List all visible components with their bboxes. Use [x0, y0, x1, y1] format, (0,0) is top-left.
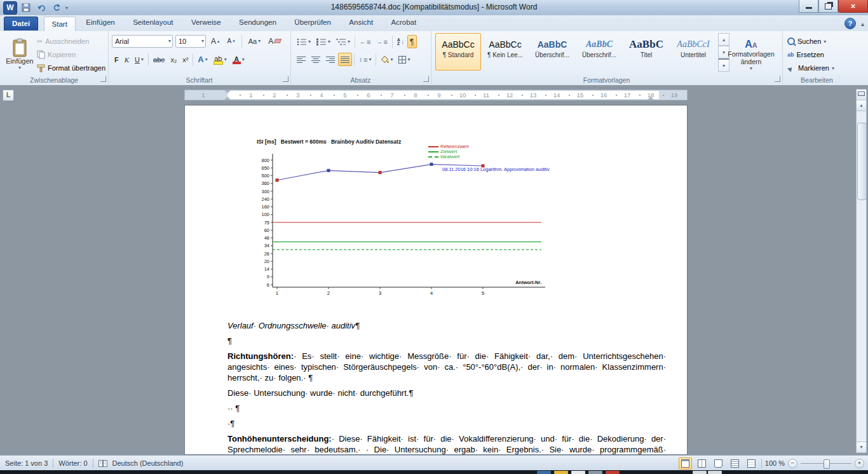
language-indicator[interactable]: Deutsch (Deutschland)	[112, 459, 184, 467]
hanging-indent-marker[interactable]	[224, 93, 231, 100]
view-draft-button[interactable]	[745, 457, 758, 470]
show-formatting-marks-button[interactable]: ¶	[407, 35, 416, 48]
right-indent-marker[interactable]	[648, 93, 654, 100]
format-painter-button[interactable]: Format übertragen	[37, 62, 105, 74]
tab-ueberpruefen[interactable]: Überprüfen	[287, 15, 339, 29]
numbering-button[interactable]: ▾	[314, 35, 333, 48]
document-text[interactable]: Verlauf· Ordnungsschwelle· auditiv¶ ¶ Ri…	[227, 320, 666, 455]
subscript-button[interactable]: x₂	[168, 53, 179, 66]
copy-button[interactable]: Kopieren	[37, 49, 76, 60]
find-button[interactable]: Suchen ▾	[787, 36, 826, 47]
tab-verweise[interactable]: Verweise	[184, 15, 229, 29]
restore-button[interactable]	[818, 0, 838, 13]
view-fullscreen-reading-button[interactable]	[695, 457, 709, 470]
style-titel[interactable]: AaBbCTitel	[623, 33, 669, 71]
document-page[interactable]: 8006505003603002401601007560463426201496…	[184, 105, 688, 455]
zoom-out-button[interactable]: −	[788, 459, 797, 468]
style-kein-leerraum[interactable]: AaBbCc¶ Kein Lee...	[482, 33, 528, 71]
paragraph-body: · Es· stellt· eine· wichtige· Messgröße·…	[227, 351, 666, 383]
ruler-toggle-button[interactable]	[857, 90, 866, 100]
clear-formatting-button[interactable]: A	[266, 34, 283, 48]
taskbar-icon[interactable]	[606, 471, 620, 474]
styles-dialog-launcher[interactable]	[775, 76, 780, 82]
superscript-label: x²	[182, 56, 188, 64]
strikethrough-button[interactable]: abe	[151, 53, 167, 66]
increase-indent-button[interactable]: →≡	[374, 35, 390, 48]
select-button[interactable]: Markieren ▾	[787, 62, 834, 74]
cut-button[interactable]: ✂ Ausschneiden	[37, 36, 89, 47]
vertical-scrollbar[interactable]: ▴ ▾	[856, 89, 867, 453]
multilevel-list-button[interactable]: ▾	[334, 35, 353, 48]
tab-seitenlayout[interactable]: Seitenlayout	[125, 15, 180, 29]
taskbar-icon[interactable]	[537, 471, 551, 474]
tab-acrobat[interactable]: Acrobat	[384, 15, 424, 29]
bold-button[interactable]: F	[112, 53, 121, 66]
font-size-select[interactable]: 10▾	[175, 35, 206, 48]
style-untertitel[interactable]: AaBbCcIUntertitel	[670, 33, 716, 71]
replace-button[interactable]: ab Ersetzen	[787, 49, 824, 60]
paragraph-dialog-launcher[interactable]	[423, 76, 429, 82]
help-icon[interactable]: ?	[844, 18, 856, 29]
zoom-in-button[interactable]: +	[855, 459, 864, 468]
legend-zielwert: Zielwert	[428, 149, 469, 154]
borders-button[interactable]: ▾	[396, 53, 412, 66]
paste-button[interactable]: Einfügen ▾	[3, 33, 36, 75]
font-dialog-launcher[interactable]	[283, 76, 288, 82]
scroll-down-button[interactable]: ▾	[857, 442, 866, 452]
shading-button[interactable]: ▾	[378, 53, 395, 66]
align-left-button[interactable]	[294, 53, 308, 66]
line-spacing-arrows-icon: ↕	[359, 56, 362, 63]
zoom-level[interactable]: 100 %	[765, 459, 785, 467]
taskbar-icon[interactable]	[708, 471, 722, 474]
proofing-book-icon[interactable]	[98, 460, 107, 467]
taskbar-icon[interactable]	[571, 471, 585, 474]
tab-einfuegen[interactable]: Einfügen	[78, 15, 122, 29]
horizontal-ruler[interactable]: 112345678910111213141516171819	[184, 90, 688, 100]
windows-taskbar-edge[interactable]	[0, 470, 868, 474]
shrink-font-button[interactable]: A▾	[225, 34, 238, 48]
word-count[interactable]: Wörter: 0	[58, 459, 87, 467]
zoom-slider-thumb[interactable]	[824, 459, 830, 469]
scroll-up-button[interactable]: ▴	[857, 100, 866, 111]
align-right-button[interactable]	[323, 53, 337, 66]
minimize-button[interactable]	[799, 0, 818, 13]
ruler-text-area	[227, 91, 659, 99]
tab-start[interactable]: Start	[44, 17, 76, 32]
change-styles-button[interactable]: AA Formatvorlagen ändern ▾	[725, 33, 777, 76]
view-print-layout-button[interactable]	[679, 457, 692, 470]
clipboard-dialog-launcher[interactable]	[100, 76, 106, 82]
page-indicator[interactable]: Seite: 1 von 3	[5, 459, 48, 467]
align-center-button[interactable]	[309, 53, 323, 66]
decrease-indent-button[interactable]: ←≡	[357, 35, 373, 48]
style-ueberschrift1[interactable]: AaBbCÜberschrif...	[529, 33, 575, 71]
style-ueberschrift2[interactable]: AaBbCÜberschrif...	[576, 33, 622, 71]
font-color-button[interactable]: A▾	[230, 53, 247, 66]
tab-stop-selector[interactable]: L	[3, 90, 14, 101]
style-standard[interactable]: AaBbCc¶ Standard	[435, 33, 481, 71]
bullets-button[interactable]: ▾	[294, 35, 313, 48]
view-web-layout-button[interactable]	[712, 457, 725, 470]
zoom-slider[interactable]	[801, 459, 851, 468]
collapse-ribbon-icon[interactable]: ▴	[861, 20, 864, 27]
change-case-button[interactable]: Aa▾	[246, 34, 263, 48]
underline-button[interactable]: U▾	[132, 53, 146, 66]
italic-button[interactable]: K	[122, 53, 132, 66]
superscript-button[interactable]: x²	[180, 53, 191, 66]
scrollbar-thumb[interactable]	[857, 123, 867, 200]
highlight-button[interactable]: ab▾	[211, 53, 229, 66]
justify-button[interactable]	[338, 53, 352, 66]
text-effects-button[interactable]: A▾	[195, 53, 210, 66]
taskbar-icon[interactable]	[554, 471, 568, 474]
legend-label: Referenzwert	[440, 144, 469, 149]
close-button[interactable]: ×	[838, 0, 868, 13]
taskbar-icon[interactable]	[588, 471, 602, 474]
font-family-select[interactable]: Arial▾	[112, 35, 173, 48]
tab-ansicht[interactable]: Ansicht	[341, 15, 381, 29]
line-spacing-button[interactable]: ↕≡▾	[356, 53, 374, 66]
view-outline-button[interactable]	[728, 457, 742, 470]
tab-sendungen[interactable]: Sendungen	[231, 15, 284, 29]
tab-datei[interactable]: Datei	[4, 17, 38, 30]
grow-font-button[interactable]: A▴	[208, 34, 222, 48]
taskbar-icon[interactable]	[693, 471, 707, 474]
sort-button[interactable]: AZ↓	[395, 35, 407, 48]
